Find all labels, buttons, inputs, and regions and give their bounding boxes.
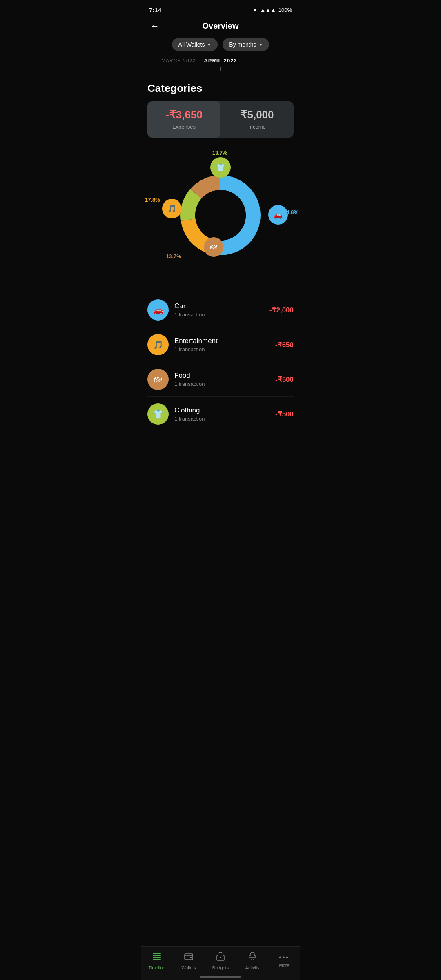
clothing-transactions: 1 transaction xyxy=(174,416,270,422)
category-item-car[interactable]: 🚗 Car 1 transaction -₹2,000 xyxy=(147,293,294,327)
entertainment-transactions: 1 transaction xyxy=(174,346,270,352)
entertainment-info: Entertainment 1 transaction xyxy=(174,337,270,352)
categories-title: Categories xyxy=(147,82,294,95)
category-item-clothing[interactable]: 👕 Clothing 1 transaction -₹500 xyxy=(147,397,294,431)
food-info: Food 1 transaction xyxy=(174,372,270,387)
month-tick xyxy=(220,67,221,71)
car-chart-icon: 🚗 xyxy=(268,205,288,225)
expenses-amount: -₹3,650 xyxy=(154,109,214,121)
header: ← Overview xyxy=(141,18,300,36)
budgets-label: Budgets xyxy=(212,965,229,970)
status-bar: 7:14 ▼ ▲▲▲ 100% xyxy=(141,0,300,18)
budgets-icon xyxy=(216,951,225,964)
nav-wallets[interactable]: Wallets xyxy=(176,951,201,970)
wallets-icon xyxy=(184,951,194,964)
expenses-label: Expenses xyxy=(172,124,196,130)
clothing-icon: 👕 xyxy=(147,403,169,425)
month-nav: MARCH 2022 APRIL 2022 xyxy=(141,56,300,64)
car-info: Car 1 transaction xyxy=(174,302,264,318)
prev-month[interactable]: MARCH 2022 xyxy=(161,58,196,64)
signal-icon: ▲▲▲ xyxy=(260,7,276,13)
wallet-chevron-icon: ▼ xyxy=(207,42,211,47)
car-transactions: 1 transaction xyxy=(174,312,264,318)
wallet-filter-label: All Wallets xyxy=(178,41,205,48)
chart-area: 13.7% 17.8% 54.8% 13.7% 👕 🎵 🚗 🍽 xyxy=(141,146,300,285)
nav-activity[interactable]: Activity xyxy=(240,951,265,970)
entertainment-name: Entertainment xyxy=(174,337,270,345)
income-label: Income xyxy=(248,124,266,130)
income-amount: ₹5,000 xyxy=(227,109,287,121)
svg-rect-8 xyxy=(153,959,161,960)
category-list: 🚗 Car 1 transaction -₹2,000 🎵 Entertainm… xyxy=(141,293,300,431)
activity-label: Activity xyxy=(245,965,260,970)
clothing-chart-icon: 👕 xyxy=(210,157,231,178)
svg-rect-7 xyxy=(153,957,161,958)
svg-rect-10 xyxy=(190,957,192,958)
timeline-label: Timeline xyxy=(148,965,165,970)
timeline-icon xyxy=(152,951,162,964)
svg-rect-5 xyxy=(153,953,161,954)
filter-row: All Wallets ▼ By months ▼ xyxy=(141,36,300,56)
page-title: Overview xyxy=(203,21,239,31)
food-chart-icon: 🍽 xyxy=(204,237,223,257)
car-amount: -₹2,000 xyxy=(270,306,294,314)
food-amount: -₹500 xyxy=(275,375,294,384)
back-arrow-icon: ← xyxy=(150,21,159,31)
food-icon: 🍽 xyxy=(147,369,169,390)
category-item-entertainment[interactable]: 🎵 Entertainment 1 transaction -₹650 xyxy=(147,327,294,362)
clothing-info: Clothing 1 transaction xyxy=(174,406,270,422)
chart-label-clothing-percent: 13.7% xyxy=(212,150,227,156)
income-tab[interactable]: ₹5,000 Income xyxy=(220,101,294,138)
back-button[interactable]: ← xyxy=(147,19,162,33)
month-indicator xyxy=(141,64,300,72)
battery-label: 100% xyxy=(278,7,292,13)
tab-toggle: -₹3,650 Expenses ₹5,000 Income xyxy=(147,101,294,138)
clothing-name: Clothing xyxy=(174,406,270,414)
wallets-label: Wallets xyxy=(181,965,196,970)
category-item-food[interactable]: 🍽 Food 1 transaction -₹500 xyxy=(147,362,294,397)
period-filter[interactable]: By months ▼ xyxy=(223,38,269,51)
home-indicator xyxy=(200,976,241,978)
car-name: Car xyxy=(174,302,264,310)
categories-section: Categories -₹3,650 Expenses ₹5,000 Incom… xyxy=(141,72,300,138)
svg-rect-6 xyxy=(153,955,161,956)
clothing-amount: -₹500 xyxy=(275,410,294,419)
entertainment-amount: -₹650 xyxy=(275,341,294,349)
svg-point-11 xyxy=(220,957,221,958)
status-icons: ▼ ▲▲▲ 100% xyxy=(252,7,292,13)
status-time: 7:14 xyxy=(149,7,161,13)
food-transactions: 1 transaction xyxy=(174,381,270,387)
activity-icon xyxy=(247,951,257,964)
period-filter-label: By months xyxy=(229,41,256,48)
current-month: APRIL 2022 xyxy=(204,58,237,64)
food-name: Food xyxy=(174,372,270,380)
expenses-tab[interactable]: -₹3,650 Expenses xyxy=(147,101,220,138)
car-icon: 🚗 xyxy=(147,299,169,321)
chart-label-entertainment-percent: 17.8% xyxy=(145,197,160,203)
bottom-nav: Timeline Wallets Budgets Activity xyxy=(141,946,300,980)
period-chevron-icon: ▼ xyxy=(258,42,263,47)
entertainment-chart-icon: 🎵 xyxy=(162,199,182,218)
chart-label-food-percent: 13.7% xyxy=(166,253,181,259)
svg-point-4 xyxy=(195,190,246,241)
nav-budgets[interactable]: Budgets xyxy=(208,951,233,970)
more-icon: ••• xyxy=(279,954,290,961)
nav-more[interactable]: ••• More xyxy=(272,954,296,968)
entertainment-icon: 🎵 xyxy=(147,334,169,355)
nav-timeline[interactable]: Timeline xyxy=(145,951,169,970)
wifi-icon: ▼ xyxy=(252,7,258,13)
wallet-filter[interactable]: All Wallets ▼ xyxy=(172,38,218,51)
more-label: More xyxy=(279,963,289,968)
